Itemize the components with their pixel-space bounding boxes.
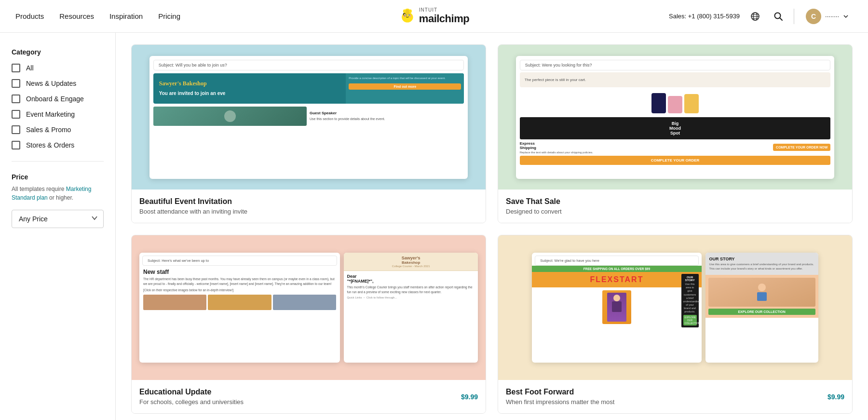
svg-point-6 [409, 14, 409, 15]
template-card-save-sale[interactable]: Subject: Were you looking for this? The … [498, 44, 853, 223]
email-mockup-sale: Subject: Were you looking for this? The … [516, 56, 835, 179]
main-nav: Products Resources Inspiration Pricing [15, 12, 180, 20]
header: Products Resources Inspiration Pricing I… [0, 0, 868, 33]
newsletter-panel: Subject: Here's what we've been up to Ne… [139, 253, 340, 363]
checkbox-event[interactable] [12, 110, 20, 119]
svg-point-5 [406, 14, 406, 15]
template-title-flexstart: Best Foot Forward [506, 388, 614, 396]
template-title-educational: Educational Update [139, 388, 244, 396]
main-layout: Category All News & Updates Onboard & En… [0, 33, 868, 420]
email-subject-sale: Subject: Were you looking for this? [520, 60, 831, 70]
template-card-educational[interactable]: Subject: Here's what we've been up to Ne… [131, 235, 486, 414]
header-divider [794, 9, 794, 24]
template-info-event: Beautiful Event Invitation Boost attenda… [132, 190, 486, 223]
user-avatar: C [806, 9, 821, 24]
checkbox-sales[interactable] [12, 125, 20, 134]
template-desc-flexstart: When first impressions matter the most [506, 398, 614, 406]
template-desc-sale: Designed to convert [506, 208, 844, 215]
template-title-event: Beautiful Event Invitation [139, 197, 478, 206]
logo-text: mailchimp [419, 13, 469, 25]
category-event-marketing[interactable]: Event Marketing [12, 110, 104, 119]
checkbox-news[interactable] [12, 79, 20, 88]
user-menu-button[interactable]: C ········ [802, 7, 853, 26]
category-news-updates[interactable]: News & Updates [12, 79, 104, 88]
category-all-label: All [26, 64, 34, 72]
search-icon [773, 12, 783, 21]
price-section: Price All templates require Marketing St… [12, 173, 104, 228]
template-info-flexstart: Best Foot Forward When first impressions… [498, 380, 852, 413]
template-card-flexstart[interactable]: Subject: We're glad to have you here FRE… [498, 235, 853, 414]
template-price-flexstart: $9.99 [827, 393, 844, 401]
svg-point-10 [409, 9, 411, 13]
globe-icon [750, 12, 760, 21]
category-news-label: News & Updates [26, 80, 76, 87]
price-select[interactable]: Any PriceFree$9.99 [12, 210, 104, 228]
category-stores-label: Stores & Orders [26, 141, 74, 149]
category-event-label: Event Marketing [26, 110, 75, 118]
our-story-panel: OUR STORY Use this area to give customer… [705, 253, 818, 363]
template-info-sale: Save That Sale Designed to convert [498, 190, 852, 223]
sales-number: Sales: +1 (800) 315-5939 [669, 13, 740, 20]
template-preview-sale: Subject: Were you looking for this? The … [498, 45, 852, 190]
template-preview-educational: Subject: Here's what we've been up to Ne… [132, 235, 486, 380]
category-title: Category [12, 48, 104, 56]
template-price-educational: $9.99 [461, 393, 478, 401]
flexstart-subject: Subject: We're glad to have you here [535, 256, 698, 266]
price-select-wrapper: Any PriceFree$9.99 [12, 210, 104, 228]
template-card-event-invitation[interactable]: Subject: Will you be able to join us? Sa… [131, 44, 486, 223]
email-subject-event: Subject: Will you be able to join us? [153, 60, 464, 70]
user-name: ········ [825, 13, 839, 20]
template-desc-event: Boost attendance with an inviting invite [139, 208, 478, 215]
template-grid: Subject: Will you be able to join us? Sa… [131, 44, 853, 414]
sidebar-divider [12, 161, 104, 162]
sidebar: Category All News & Updates Onboard & En… [0, 33, 116, 420]
checkbox-stores[interactable] [12, 141, 20, 149]
nav-inspiration[interactable]: Inspiration [109, 12, 143, 20]
newsletter-subject: Subject: Here's what we've been up to [142, 256, 337, 266]
category-list: All News & Updates Onboard & Engage Even… [12, 64, 104, 149]
logo-brand: INTUIT [419, 7, 469, 13]
bakeshop-panel: Sawyer's Bakeshop College Courier - Marc… [344, 253, 478, 363]
chevron-down-icon [843, 14, 849, 19]
template-desc-educational: For schools, colleges and universities [139, 398, 244, 406]
header-actions: Sales: +1 (800) 315-5939 C ········ [669, 7, 853, 26]
price-title: Price [12, 173, 104, 181]
category-sales-promo[interactable]: Sales & Promo [12, 125, 104, 134]
svg-line-17 [780, 18, 782, 20]
nav-resources[interactable]: Resources [59, 12, 94, 20]
flexstart-panel: Subject: We're glad to have you here FRE… [532, 253, 701, 363]
email-mockup-event: Subject: Will you be able to join us? Sa… [149, 56, 468, 179]
category-onboard-engage[interactable]: Onboard & Engage [12, 95, 104, 103]
price-note: All templates require Marketing Standard… [12, 185, 104, 202]
svg-point-7 [404, 14, 406, 17]
template-info-educational: Educational Update For schools, colleges… [132, 380, 486, 413]
category-section: Category All News & Updates Onboard & En… [12, 48, 104, 149]
template-title-sale: Save That Sale [506, 197, 844, 206]
globe-button[interactable] [747, 9, 763, 24]
mailchimp-icon [399, 8, 416, 25]
category-onboard-label: Onboard & Engage [26, 95, 84, 103]
checkbox-onboard[interactable] [12, 95, 20, 103]
logo[interactable]: INTUIT mailchimp [399, 7, 469, 25]
svg-point-2 [405, 9, 409, 14]
search-button[interactable] [771, 9, 786, 24]
template-preview-flexstart: Subject: We're glad to have you here FRE… [498, 235, 852, 380]
checkbox-all[interactable] [12, 64, 20, 72]
svg-point-8 [409, 14, 411, 17]
svg-point-9 [403, 9, 406, 13]
nav-pricing[interactable]: Pricing [158, 12, 180, 20]
template-gallery: Subject: Will you be able to join us? Sa… [116, 33, 868, 420]
category-stores-orders[interactable]: Stores & Orders [12, 141, 104, 149]
nav-products[interactable]: Products [15, 12, 44, 20]
template-preview-event: Subject: Will you be able to join us? Sa… [132, 45, 486, 190]
category-sales-label: Sales & Promo [26, 126, 71, 134]
category-all[interactable]: All [12, 64, 104, 72]
